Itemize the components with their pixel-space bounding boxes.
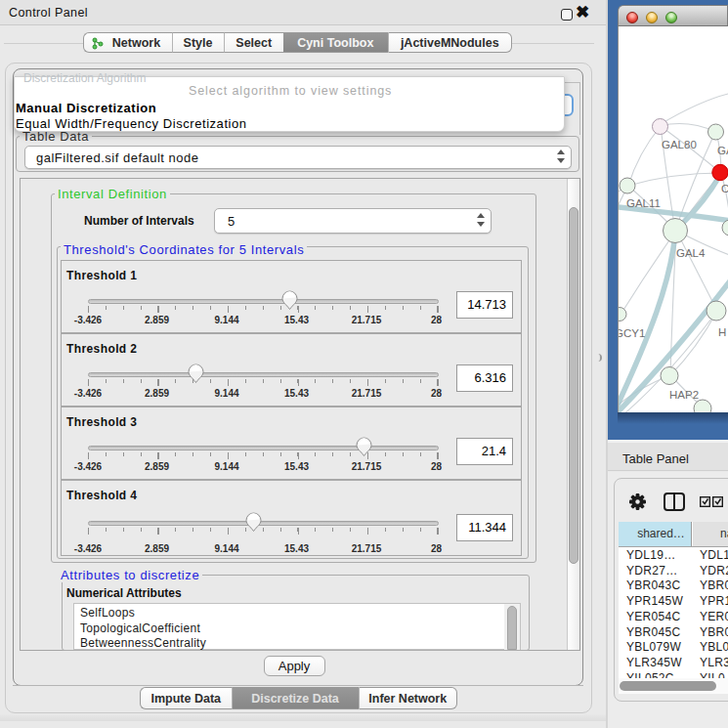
svg-text:GA: GA: [717, 145, 728, 156]
svg-text:H: H: [718, 326, 726, 338]
svg-text:GAL80: GAL80: [662, 139, 697, 150]
svg-text:HAP2: HAP2: [669, 389, 699, 401]
svg-text:GCY1: GCY1: [619, 327, 645, 339]
svg-text:GAL4: GAL4: [676, 247, 706, 259]
svg-text:GAL11: GAL11: [626, 197, 661, 209]
svg-text:C: C: [721, 183, 728, 194]
